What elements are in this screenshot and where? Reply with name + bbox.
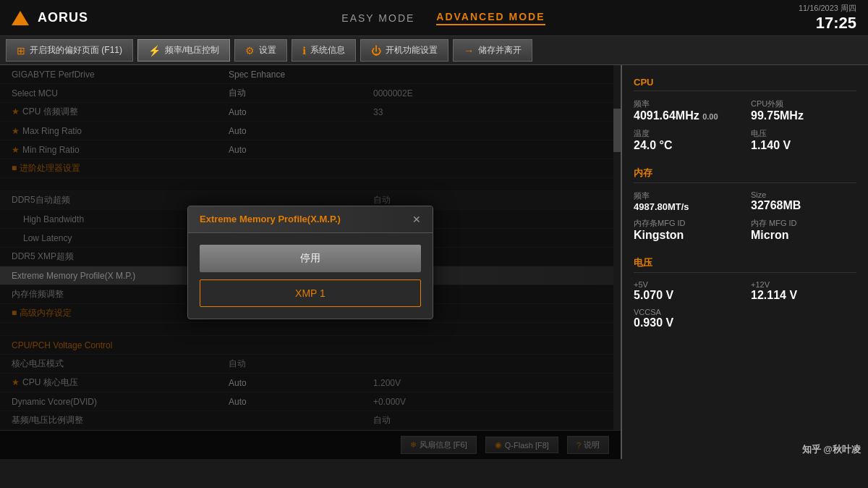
logo-area: AORUS — [12, 10, 88, 25]
cpu-temp-value: 24.0 °C — [634, 139, 739, 152]
mem-freq-value: 4987.80MT/s — [634, 201, 739, 212]
mem-mfg-item: 内存 MFG ID Micron — [751, 218, 856, 242]
cpu-freq-item: 频率 4091.64MHz 0.00 — [634, 98, 739, 122]
main-content: GIGABYTE PerfDrive Spec Enhance Select M… — [0, 65, 868, 459]
voltage-section: 电压 +5V 5.070 V +12V 12.114 V VCCSA 0.930… — [634, 256, 856, 329]
cpu-temp-item: 温度 24.0 °C — [634, 128, 739, 152]
nav-btn-settings[interactable]: ⚙ 设置 — [234, 39, 287, 62]
v12-item: +12V 12.114 V — [751, 280, 856, 302]
top-bar: AORUS EASY MODE ADVANCED MODE 11/16/2023… — [0, 0, 868, 36]
easy-mode-label[interactable]: EASY MODE — [341, 12, 414, 24]
freq-icon: ⚡ — [148, 45, 161, 56]
cpu-external-item: CPU外频 99.75MHz — [751, 98, 856, 122]
cpu-volt-value: 1.140 V — [751, 139, 856, 152]
modal-header: Extreme Memory Profile(X.M.P.) ✕ — [188, 206, 433, 233]
memory-section: 内存 频率 4987.80MT/s Size 32768MB 内存条MFG ID… — [634, 167, 856, 242]
save-icon: → — [464, 45, 474, 56]
nav-btn-startup[interactable]: ⏻ 开机功能设置 — [360, 39, 448, 62]
memory-info-grid: 频率 4987.80MT/s Size 32768MB 内存条MFG ID Ki… — [634, 190, 856, 242]
date-display: 11/16/2023 周四 — [799, 3, 856, 14]
modal-overlay: Extreme Memory Profile(X.M.P.) ✕ 停用 XMP … — [0, 65, 621, 459]
nav-btn-freq[interactable]: ⚡ 频率/电压控制 — [137, 39, 230, 62]
mem-mfgid-item: 内存条MFG ID Kingston — [634, 218, 739, 242]
right-panel: CPU 频率 4091.64MHz 0.00 CPU外频 99.75MHz 温度… — [622, 65, 868, 459]
datetime: 11/16/2023 周四 17:25 — [799, 3, 856, 33]
memory-section-title: 内存 — [634, 167, 856, 183]
voltage-section-title: 电压 — [634, 256, 856, 273]
cpu-info-grid: 频率 4091.64MHz 0.00 CPU外频 99.75MHz 温度 24.… — [634, 98, 856, 152]
modal-body: 停用 XMP 1 — [188, 233, 433, 319]
modal-title: Extreme Memory Profile(X.M.P.) — [200, 214, 341, 224]
modal-option-disable[interactable]: 停用 — [200, 245, 421, 272]
startup-icon: ⏻ — [371, 45, 381, 56]
left-panel: GIGABYTE PerfDrive Spec Enhance Select M… — [0, 65, 622, 459]
nav-btn-save[interactable]: → 储存并离开 — [453, 39, 532, 62]
cpu-section-title: CPU — [634, 77, 856, 91]
favorites-icon: ⊞ — [17, 45, 25, 56]
cpu-external-value: 99.75MHz — [751, 109, 856, 122]
time-display: 17:25 — [799, 14, 856, 33]
cpu-freq-value: 4091.64MHz 0.00 — [634, 109, 739, 122]
watermark: 知乎 @秋叶凌 — [802, 443, 861, 456]
nav-btn-favorites[interactable]: ⊞ 开启我的偏好页面 (F11) — [6, 39, 133, 62]
modal-close-button[interactable]: ✕ — [412, 214, 421, 225]
mem-mfgid-value: Kingston — [634, 229, 739, 242]
v5-value: 5.070 V — [634, 289, 739, 302]
xmp-modal: Extreme Memory Profile(X.M.P.) ✕ 停用 XMP … — [187, 206, 433, 319]
v5-item: +5V 5.070 V — [634, 280, 739, 302]
logo-text: AORUS — [38, 10, 88, 25]
v12-value: 12.114 V — [751, 289, 856, 302]
voltage-info-grid: +5V 5.070 V +12V 12.114 V VCCSA 0.930 V — [634, 280, 856, 329]
mem-freq-item: 频率 4987.80MT/s — [634, 190, 739, 212]
mem-size-item: Size 32768MB — [751, 190, 856, 212]
mode-buttons: EASY MODE ADVANCED MODE — [341, 11, 545, 25]
logo-triangle-icon — [12, 11, 29, 25]
cpu-volt-item: 电压 1.140 V — [751, 128, 856, 152]
sysinfo-icon: ℹ — [302, 45, 306, 56]
advanced-mode-label[interactable]: ADVANCED MODE — [436, 11, 545, 25]
modal-option-xmp1[interactable]: XMP 1 — [200, 279, 421, 307]
mem-size-value: 32768MB — [751, 199, 856, 212]
vccsa-value: 0.930 V — [634, 316, 739, 329]
settings-icon: ⚙ — [245, 45, 255, 56]
nav-bar: ⊞ 开启我的偏好页面 (F11) ⚡ 频率/电压控制 ⚙ 设置 ℹ 系统信息 ⏻… — [0, 36, 868, 65]
nav-btn-sysinfo[interactable]: ℹ 系统信息 — [292, 39, 356, 62]
mem-mfg-value: Micron — [751, 229, 856, 242]
cpu-section: CPU 频率 4091.64MHz 0.00 CPU外频 99.75MHz 温度… — [634, 77, 856, 152]
vccsa-item: VCCSA 0.930 V — [634, 308, 739, 329]
